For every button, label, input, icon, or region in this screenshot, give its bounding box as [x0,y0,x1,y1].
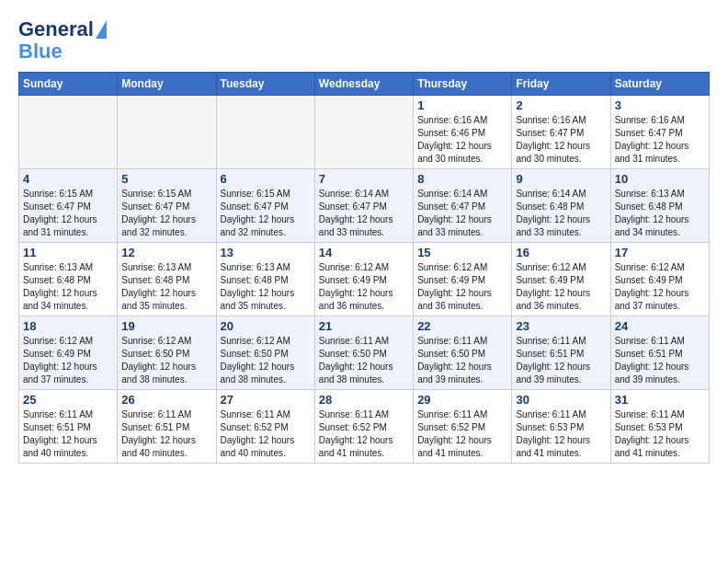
calendar-cell: 9Sunrise: 6:14 AMSunset: 6:48 PMDaylight… [512,169,610,243]
day-header-wednesday: Wednesday [314,73,413,96]
day-info: Sunrise: 6:11 AMSunset: 6:52 PMDaylight:… [221,408,311,460]
day-info: Sunrise: 6:11 AMSunset: 6:52 PMDaylight:… [417,408,507,460]
day-number: 18 [23,319,113,333]
calendar-cell [19,96,118,169]
calendar-cell: 21Sunrise: 6:11 AMSunset: 6:50 PMDayligh… [314,316,413,390]
day-number: 20 [221,319,311,333]
day-number: 29 [417,393,507,407]
day-info: Sunrise: 6:11 AMSunset: 6:51 PMDaylight:… [23,408,113,460]
day-info: Sunrise: 6:15 AMSunset: 6:47 PMDaylight:… [221,188,311,239]
logo-general: General [18,18,94,40]
day-number: 9 [516,172,606,186]
calendar-cell: 13Sunrise: 6:13 AMSunset: 6:48 PMDayligh… [216,243,314,316]
calendar-cell: 5Sunrise: 6:15 AMSunset: 6:47 PMDaylight… [118,169,216,243]
day-info: Sunrise: 6:11 AMSunset: 6:53 PMDaylight:… [615,408,705,460]
calendar-header-row: SundayMondayTuesdayWednesdayThursdayFrid… [19,73,710,96]
day-info: Sunrise: 6:12 AMSunset: 6:49 PMDaylight:… [319,261,409,313]
day-number: 13 [221,246,311,259]
calendar-cell: 30Sunrise: 6:11 AMSunset: 6:53 PMDayligh… [512,390,610,464]
day-number: 21 [319,319,409,333]
day-number: 31 [615,393,705,407]
day-info: Sunrise: 6:13 AMSunset: 6:48 PMDaylight:… [615,188,705,239]
day-number: 11 [23,246,113,259]
calendar-week-5: 25Sunrise: 6:11 AMSunset: 6:51 PMDayligh… [19,390,710,464]
day-info: Sunrise: 6:14 AMSunset: 6:47 PMDaylight:… [417,188,507,239]
day-header-monday: Monday [118,73,216,96]
calendar-cell: 23Sunrise: 6:11 AMSunset: 6:51 PMDayligh… [512,316,610,390]
calendar-cell: 31Sunrise: 6:11 AMSunset: 6:53 PMDayligh… [610,390,709,464]
day-info: Sunrise: 6:13 AMSunset: 6:48 PMDaylight:… [23,261,113,313]
day-number: 27 [221,393,311,407]
calendar-cell: 10Sunrise: 6:13 AMSunset: 6:48 PMDayligh… [610,169,709,243]
day-number: 30 [516,393,606,407]
day-number: 25 [23,393,113,407]
calendar-cell: 8Sunrise: 6:14 AMSunset: 6:47 PMDaylight… [414,169,512,243]
day-info: Sunrise: 6:11 AMSunset: 6:51 PMDaylight:… [121,408,211,460]
day-number: 14 [319,246,409,259]
calendar-cell: 24Sunrise: 6:11 AMSunset: 6:51 PMDayligh… [610,316,709,390]
day-number: 10 [615,172,705,186]
calendar-cell [118,96,216,169]
day-header-thursday: Thursday [414,73,512,96]
day-info: Sunrise: 6:12 AMSunset: 6:49 PMDaylight:… [615,261,705,313]
day-number: 12 [121,246,211,259]
day-info: Sunrise: 6:12 AMSunset: 6:49 PMDaylight:… [417,261,507,313]
day-number: 3 [615,98,705,112]
day-number: 17 [615,246,705,259]
day-number: 2 [516,98,606,112]
day-number: 8 [417,172,507,186]
calendar-cell: 29Sunrise: 6:11 AMSunset: 6:52 PMDayligh… [414,390,512,464]
day-number: 26 [121,393,211,407]
day-number: 7 [319,172,409,186]
day-number: 6 [221,172,311,186]
day-info: Sunrise: 6:15 AMSunset: 6:47 PMDaylight:… [121,188,211,239]
calendar-cell: 12Sunrise: 6:13 AMSunset: 6:48 PMDayligh… [118,243,216,316]
day-info: Sunrise: 6:12 AMSunset: 6:49 PMDaylight:… [23,335,113,386]
calendar-cell: 3Sunrise: 6:16 AMSunset: 6:47 PMDaylight… [610,96,709,169]
page-header: General Blue [18,18,710,63]
day-info: Sunrise: 6:12 AMSunset: 6:49 PMDaylight:… [516,261,606,313]
day-number: 28 [319,393,409,407]
day-info: Sunrise: 6:11 AMSunset: 6:51 PMDaylight:… [615,335,705,386]
day-info: Sunrise: 6:11 AMSunset: 6:50 PMDaylight:… [417,335,507,386]
day-info: Sunrise: 6:16 AMSunset: 6:47 PMDaylight:… [615,114,705,166]
calendar-cell: 27Sunrise: 6:11 AMSunset: 6:52 PMDayligh… [216,390,314,464]
day-info: Sunrise: 6:13 AMSunset: 6:48 PMDaylight:… [221,261,311,313]
day-info: Sunrise: 6:16 AMSunset: 6:46 PMDaylight:… [417,114,507,166]
day-info: Sunrise: 6:14 AMSunset: 6:48 PMDaylight:… [516,188,606,239]
calendar-cell: 2Sunrise: 6:16 AMSunset: 6:47 PMDaylight… [512,96,610,169]
day-info: Sunrise: 6:14 AMSunset: 6:47 PMDaylight:… [319,188,409,239]
day-info: Sunrise: 6:11 AMSunset: 6:50 PMDaylight:… [319,335,409,386]
logo-triangle-icon [96,20,107,39]
day-header-tuesday: Tuesday [216,73,314,96]
calendar-week-2: 4Sunrise: 6:15 AMSunset: 6:47 PMDaylight… [19,169,710,243]
calendar-cell: 7Sunrise: 6:14 AMSunset: 6:47 PMDaylight… [314,169,413,243]
calendar-cell: 6Sunrise: 6:15 AMSunset: 6:47 PMDaylight… [216,169,314,243]
calendar-week-1: 1Sunrise: 6:16 AMSunset: 6:46 PMDaylight… [19,96,710,169]
calendar-cell: 4Sunrise: 6:15 AMSunset: 6:47 PMDaylight… [19,169,118,243]
calendar-cell: 1Sunrise: 6:16 AMSunset: 6:46 PMDaylight… [414,96,512,169]
day-info: Sunrise: 6:15 AMSunset: 6:47 PMDaylight:… [23,188,113,239]
calendar-cell: 17Sunrise: 6:12 AMSunset: 6:49 PMDayligh… [610,243,709,316]
calendar-cell [314,96,413,169]
calendar-cell: 25Sunrise: 6:11 AMSunset: 6:51 PMDayligh… [19,390,118,464]
day-number: 19 [121,319,211,333]
day-info: Sunrise: 6:11 AMSunset: 6:52 PMDaylight:… [319,408,409,460]
day-header-sunday: Sunday [19,73,118,96]
day-header-saturday: Saturday [610,73,709,96]
day-info: Sunrise: 6:16 AMSunset: 6:47 PMDaylight:… [516,114,606,166]
calendar-cell: 28Sunrise: 6:11 AMSunset: 6:52 PMDayligh… [314,390,413,464]
day-number: 16 [516,246,606,259]
calendar-cell: 15Sunrise: 6:12 AMSunset: 6:49 PMDayligh… [414,243,512,316]
day-number: 4 [23,172,113,186]
logo: General Blue [18,18,107,63]
calendar-cell: 26Sunrise: 6:11 AMSunset: 6:51 PMDayligh… [118,390,216,464]
day-info: Sunrise: 6:11 AMSunset: 6:53 PMDaylight:… [516,408,606,460]
day-header-friday: Friday [512,73,610,96]
calendar-cell: 16Sunrise: 6:12 AMSunset: 6:49 PMDayligh… [512,243,610,316]
day-info: Sunrise: 6:12 AMSunset: 6:50 PMDaylight:… [221,335,311,386]
day-number: 1 [417,98,507,112]
calendar-cell: 11Sunrise: 6:13 AMSunset: 6:48 PMDayligh… [19,243,118,316]
day-number: 15 [417,246,507,259]
calendar-cell: 20Sunrise: 6:12 AMSunset: 6:50 PMDayligh… [216,316,314,390]
